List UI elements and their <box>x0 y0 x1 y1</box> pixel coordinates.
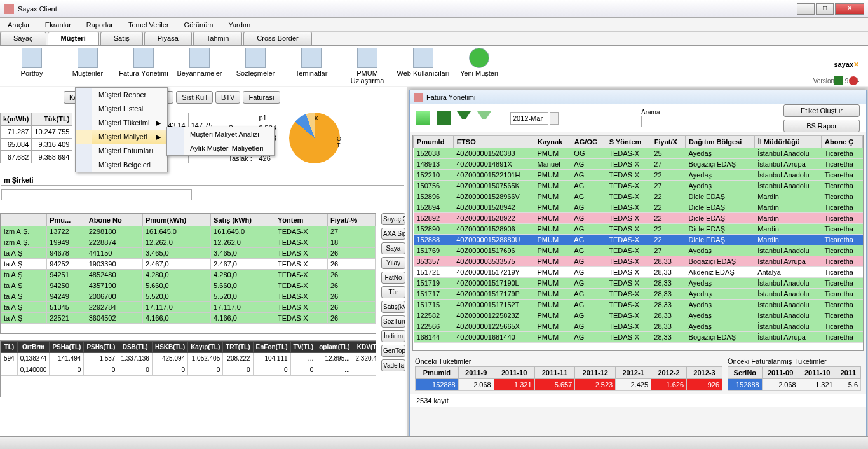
ribbon-Yeni Müşteri[interactable]: Yeni Müşteri <box>451 48 507 85</box>
ribbon-icon <box>22 48 42 68</box>
vertical-tools: Sayaç ÇAXA SigSayaYılayFatNoTürSatış(kVS… <box>381 213 405 374</box>
prev-consumption-table: Önceki Tüketimler PmumId2011-92011-10201… <box>415 356 722 391</box>
bs-report-button[interactable]: BS Rapor <box>783 120 860 132</box>
ribbon-icon <box>245 48 266 68</box>
ribbon-Fatura Yönetimi[interactable]: Fatura Yönetimi <box>116 48 172 85</box>
ribbon-icon <box>469 48 489 68</box>
vtool[interactable]: AXA Sig <box>381 228 405 240</box>
statusbar <box>0 436 868 449</box>
invoice-toolbar: Arama Etiket Oluştur BS Rapor <box>410 104 866 132</box>
vtool[interactable]: İndirim <box>381 330 405 342</box>
titlebar: Sayax Client _ □ ✕ <box>0 0 868 18</box>
ribbon-Teminatlar[interactable]: Teminatlar <box>283 48 339 85</box>
menu-Temel Veriler[interactable]: Temel Veriler <box>121 19 177 31</box>
tab-Müşteri[interactable]: Müşteri <box>48 32 99 45</box>
tab-Satış[interactable]: Satış <box>100 32 143 45</box>
left-panel: KomFon KontTük KontSist KullBTVFaturası … <box>0 87 407 443</box>
vtool[interactable]: Yılay <box>381 257 405 269</box>
down-dark-icon[interactable] <box>457 111 471 125</box>
menu-item[interactable]: Müşteri Tüketimi▶ <box>76 116 167 130</box>
invoice-grid[interactable]: PmumIdETSOKaynakAG/OGS YöntemFiyat/XDağı… <box>412 135 864 351</box>
vtool[interactable]: GenTop <box>381 345 405 357</box>
create-label-button[interactable]: Etiket Oluştur <box>783 104 860 117</box>
date-spinner[interactable] <box>550 112 559 125</box>
ribbon-PMUM Uzlaştırma[interactable]: PMUM Uzlaştırma <box>339 48 395 85</box>
mini-table-left: k(mWh)Tük(TL)71.28710.247.75565.0849.316… <box>0 113 72 163</box>
menu-item[interactable]: Müşteri Maliyeti▶ <box>76 130 167 144</box>
invoice-window-title: Fatura Yönetimi <box>426 93 475 101</box>
ribbon-icon <box>189 48 210 68</box>
search-field[interactable] <box>641 116 749 127</box>
ribbon: PortföyMüşterilerFatura YönetimiBeyannam… <box>0 46 868 86</box>
menu-Raporlar[interactable]: Raporlar <box>79 19 121 31</box>
prev-invoiced-table: Önceki Faturalanmış Tüketimler SeriNo201… <box>728 356 861 391</box>
ribbon-tabs: SayaçMüşteriSatışPiyasaTahminCross-Borde… <box>0 32 868 46</box>
tab-Piyasa[interactable]: Piyasa <box>144 32 192 45</box>
vtool[interactable]: Satış(kV <box>381 301 405 313</box>
excel-icon[interactable] <box>437 111 451 125</box>
ribbon-Sözleşmeler[interactable]: Sözleşmeler <box>227 48 283 85</box>
btn-Sist Kull[interactable]: Sist Kull <box>176 91 213 104</box>
window-icon <box>414 93 423 102</box>
submenu: Müşteri Maliyet AnaliziAylık Müşteri Mal… <box>166 127 275 156</box>
submenu-item[interactable]: Aylık Müşteri Maliyetleri <box>167 141 274 155</box>
menu-Görünüm[interactable]: Görünüm <box>177 19 221 31</box>
ribbon-Müşteriler[interactable]: Müşteriler <box>60 48 116 85</box>
date-input[interactable] <box>510 112 548 125</box>
ribbon-icon <box>357 48 377 68</box>
menu-item[interactable]: Müşteri Listesi <box>76 102 167 116</box>
section-header: m Şirketi <box>1 175 404 186</box>
app-icon <box>4 4 14 14</box>
menu-Yardım[interactable]: Yardım <box>220 19 258 31</box>
ribbon-icon <box>413 48 433 68</box>
tab-Cross-Border[interactable]: Cross-Border <box>243 32 311 45</box>
toolbar-buttons: KomFon KontTük KontSist KullBTVFaturası <box>0 87 407 107</box>
close-button[interactable]: ✕ <box>835 3 864 15</box>
window-title: Sayax Client <box>18 5 797 13</box>
search-label: Arama <box>641 109 749 116</box>
workspace: KomFon KontTük KontSist KullBTVFaturası … <box>0 87 868 443</box>
run-icon[interactable] <box>416 111 430 125</box>
ribbon-icon <box>78 48 98 68</box>
customer-grid[interactable]: Pmu...Abone NoPmum(kWh)Satış (kWh)Yöntem… <box>0 213 376 334</box>
ribbon-Beyannameler[interactable]: Beyannameler <box>172 48 227 85</box>
down-light-icon[interactable] <box>477 111 491 125</box>
menubar: AraçlarEkranlarRaporlarTemel VerilerGörü… <box>0 18 868 32</box>
vtool[interactable]: Sayaç Ç <box>381 213 405 225</box>
minimize-button[interactable]: _ <box>797 3 815 15</box>
vtool[interactable]: VadeTa <box>381 359 405 371</box>
menu-Ekranlar[interactable]: Ekranlar <box>37 19 79 31</box>
invoice-window-titlebar[interactable]: Fatura Yönetimi <box>410 90 866 104</box>
pie-chart: KOT <box>289 113 340 163</box>
ribbon-icon <box>301 48 322 68</box>
ribbon-icon <box>133 48 154 68</box>
menu-item[interactable]: Müşteri Belgeleri <box>76 158 167 172</box>
vtool[interactable]: SozTürü <box>381 315 405 328</box>
vtool[interactable]: Tür <box>381 286 405 298</box>
tab-Tahmin[interactable]: Tahmin <box>193 32 242 45</box>
ribbon-Web Kullanıcıları[interactable]: Web Kullanıcıları <box>395 48 451 85</box>
vtool[interactable]: Saya <box>381 242 405 254</box>
logo: sayax✕ <box>834 51 859 71</box>
invoice-window: Fatura Yönetimi Arama Etiket Oluştur BS … <box>409 90 867 439</box>
export-excel-icon[interactable] <box>834 76 843 85</box>
tab-Sayaç[interactable]: Sayaç <box>0 32 46 45</box>
menu-item[interactable]: Müşteri Rehber <box>76 88 167 102</box>
status-dot-icon[interactable] <box>849 76 858 85</box>
menu-Araçlar[interactable]: Araçlar <box>0 19 37 31</box>
menu-item[interactable]: Müşteri Faturaları <box>76 144 167 158</box>
search-input[interactable] <box>1 189 192 200</box>
cost-grid[interactable]: TL)OrtBrmPSHa(TL)PSHs(TL)DSB(TL)HSKB(TL)… <box>0 340 376 397</box>
ribbon-Portföy[interactable]: Portföy <box>4 48 60 85</box>
btn-Faturası[interactable]: Faturası <box>243 91 280 104</box>
dropdown-menu: Müşteri RehberMüşteri ListesiMüşteri Tük… <box>75 87 168 172</box>
vtool[interactable]: FatNo <box>381 272 405 284</box>
submenu-item[interactable]: Müşteri Maliyet Analizi <box>167 127 274 141</box>
maximize-button[interactable]: □ <box>816 3 834 15</box>
record-count: 2534 kayıt <box>410 394 866 407</box>
btn-BTV[interactable]: BTV <box>215 91 240 104</box>
